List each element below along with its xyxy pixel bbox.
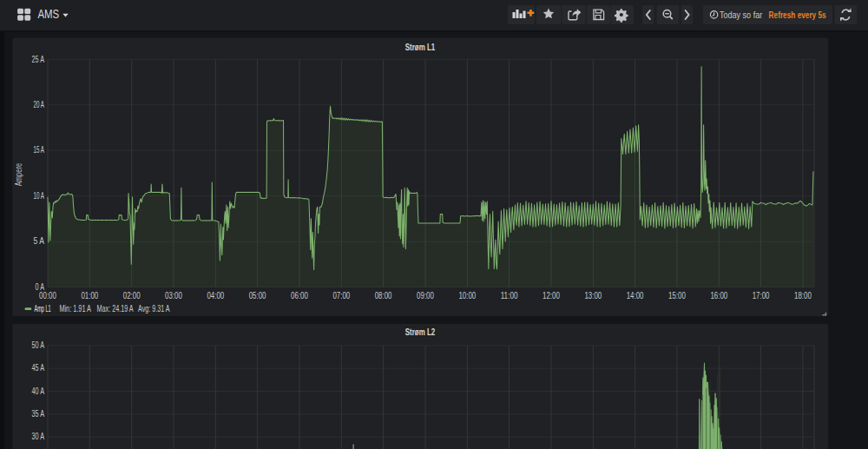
svg-text:40 A: 40 A xyxy=(32,386,45,396)
svg-text:18:00: 18:00 xyxy=(794,291,812,300)
svg-text:05:00: 05:00 xyxy=(249,291,266,300)
svg-text:Strøm L2: Strøm L2 xyxy=(405,327,435,337)
svg-text:13:00: 13:00 xyxy=(584,291,602,300)
svg-text:AMS: AMS xyxy=(37,6,59,21)
svg-text:Min: 1.91 A: Min: 1.91 A xyxy=(59,304,91,314)
svg-text:06:00: 06:00 xyxy=(291,291,308,300)
svg-text:45 A: 45 A xyxy=(32,363,45,373)
svg-text:02:00: 02:00 xyxy=(123,291,141,300)
svg-text:35 A: 35 A xyxy=(32,409,45,419)
svg-text:03:00: 03:00 xyxy=(165,291,182,300)
svg-text:20 A: 20 A xyxy=(34,100,45,109)
svg-text:Max: 24.19 A: Max: 24.19 A xyxy=(97,304,134,314)
svg-text:15 A: 15 A xyxy=(34,145,45,155)
svg-text:Strøm L1: Strøm L1 xyxy=(405,42,435,52)
svg-text:Refresh every 5s: Refresh every 5s xyxy=(769,10,826,20)
svg-text:Ampere: Ampere xyxy=(14,163,23,187)
svg-text:08:00: 08:00 xyxy=(375,291,392,300)
svg-text:16:00: 16:00 xyxy=(710,291,727,300)
svg-text:14:00: 14:00 xyxy=(627,291,644,300)
svg-text:07:00: 07:00 xyxy=(332,291,350,300)
svg-text:09:00: 09:00 xyxy=(417,291,434,300)
svg-text:10:00: 10:00 xyxy=(458,291,476,300)
svg-text:00:00: 00:00 xyxy=(39,291,56,300)
svg-text:15:00: 15:00 xyxy=(668,291,686,300)
svg-text:17:00: 17:00 xyxy=(753,291,770,300)
svg-text:30 A: 30 A xyxy=(32,432,45,441)
svg-text:25 A: 25 A xyxy=(32,55,45,64)
svg-text:11:00: 11:00 xyxy=(501,291,518,300)
svg-text:50 A: 50 A xyxy=(32,340,45,350)
svg-text:01:00: 01:00 xyxy=(81,291,98,300)
svg-text:Avg: 9.31 A: Avg: 9.31 A xyxy=(138,304,170,314)
svg-text:5 A: 5 A xyxy=(34,236,45,246)
svg-text:12:00: 12:00 xyxy=(542,291,560,300)
svg-text:Today so far: Today so far xyxy=(720,10,763,20)
svg-text:Amp L1: Amp L1 xyxy=(35,304,51,314)
svg-text:04:00: 04:00 xyxy=(207,291,224,300)
svg-text:10 A: 10 A xyxy=(34,191,45,201)
